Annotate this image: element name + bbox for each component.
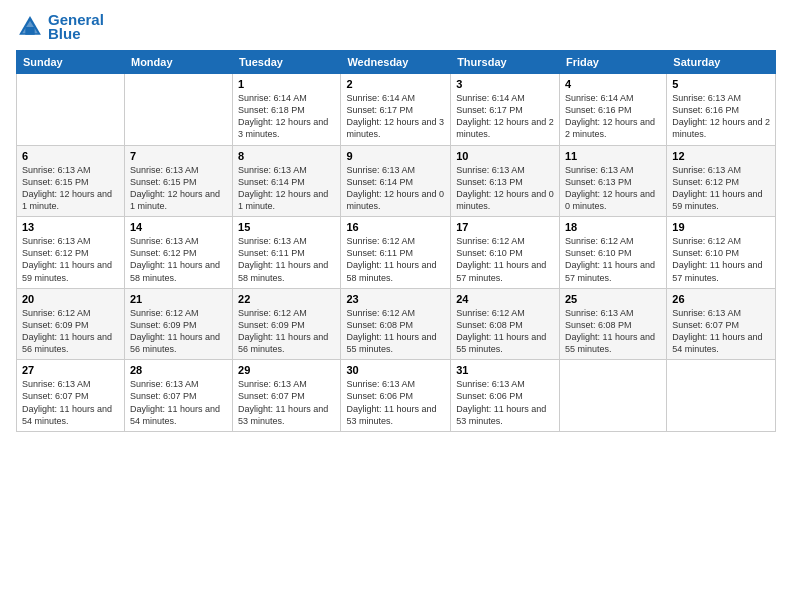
calendar-header-row: Sunday Monday Tuesday Wednesday Thursday… [17,51,776,74]
day-number: 28 [130,364,227,376]
day-info: Sunrise: 6:12 AM Sunset: 6:09 PM Dayligh… [130,307,227,356]
day-number: 11 [565,150,661,162]
table-row: 23Sunrise: 6:12 AM Sunset: 6:08 PM Dayli… [341,288,451,360]
logo-icon [16,13,44,41]
day-number: 29 [238,364,335,376]
day-number: 14 [130,221,227,233]
day-info: Sunrise: 6:12 AM Sunset: 6:10 PM Dayligh… [672,235,770,284]
day-info: Sunrise: 6:13 AM Sunset: 6:07 PM Dayligh… [672,307,770,356]
day-number: 23 [346,293,445,305]
calendar-week-row: 1Sunrise: 6:14 AM Sunset: 6:18 PM Daylig… [17,74,776,146]
table-row: 25Sunrise: 6:13 AM Sunset: 6:08 PM Dayli… [559,288,666,360]
day-number: 4 [565,78,661,90]
day-info: Sunrise: 6:13 AM Sunset: 6:12 PM Dayligh… [672,164,770,213]
table-row: 21Sunrise: 6:12 AM Sunset: 6:09 PM Dayli… [124,288,232,360]
table-row: 13Sunrise: 6:13 AM Sunset: 6:12 PM Dayli… [17,217,125,289]
day-info: Sunrise: 6:13 AM Sunset: 6:07 PM Dayligh… [22,378,119,427]
table-row [124,74,232,146]
table-row: 18Sunrise: 6:12 AM Sunset: 6:10 PM Dayli… [559,217,666,289]
day-info: Sunrise: 6:12 AM Sunset: 6:10 PM Dayligh… [456,235,554,284]
calendar-table: Sunday Monday Tuesday Wednesday Thursday… [16,50,776,432]
table-row: 8Sunrise: 6:13 AM Sunset: 6:14 PM Daylig… [233,145,341,217]
table-row: 17Sunrise: 6:12 AM Sunset: 6:10 PM Dayli… [451,217,560,289]
day-number: 17 [456,221,554,233]
page-header: General Blue [16,12,776,42]
table-row: 6Sunrise: 6:13 AM Sunset: 6:15 PM Daylig… [17,145,125,217]
table-row: 11Sunrise: 6:13 AM Sunset: 6:13 PM Dayli… [559,145,666,217]
day-number: 25 [565,293,661,305]
calendar-week-row: 6Sunrise: 6:13 AM Sunset: 6:15 PM Daylig… [17,145,776,217]
day-info: Sunrise: 6:13 AM Sunset: 6:11 PM Dayligh… [238,235,335,284]
table-row: 9Sunrise: 6:13 AM Sunset: 6:14 PM Daylig… [341,145,451,217]
table-row [17,74,125,146]
table-row: 19Sunrise: 6:12 AM Sunset: 6:10 PM Dayli… [667,217,776,289]
day-number: 3 [456,78,554,90]
day-number: 9 [346,150,445,162]
day-info: Sunrise: 6:14 AM Sunset: 6:16 PM Dayligh… [565,92,661,141]
day-info: Sunrise: 6:13 AM Sunset: 6:07 PM Dayligh… [130,378,227,427]
day-info: Sunrise: 6:14 AM Sunset: 6:17 PM Dayligh… [456,92,554,141]
day-number: 5 [672,78,770,90]
table-row: 16Sunrise: 6:12 AM Sunset: 6:11 PM Dayli… [341,217,451,289]
day-info: Sunrise: 6:13 AM Sunset: 6:12 PM Dayligh… [22,235,119,284]
day-number: 1 [238,78,335,90]
day-info: Sunrise: 6:13 AM Sunset: 6:13 PM Dayligh… [456,164,554,213]
table-row: 7Sunrise: 6:13 AM Sunset: 6:15 PM Daylig… [124,145,232,217]
table-row: 20Sunrise: 6:12 AM Sunset: 6:09 PM Dayli… [17,288,125,360]
table-row: 22Sunrise: 6:12 AM Sunset: 6:09 PM Dayli… [233,288,341,360]
calendar-week-row: 27Sunrise: 6:13 AM Sunset: 6:07 PM Dayli… [17,360,776,432]
day-info: Sunrise: 6:12 AM Sunset: 6:10 PM Dayligh… [565,235,661,284]
col-sunday: Sunday [17,51,125,74]
table-row: 24Sunrise: 6:12 AM Sunset: 6:08 PM Dayli… [451,288,560,360]
day-number: 19 [672,221,770,233]
table-row: 28Sunrise: 6:13 AM Sunset: 6:07 PM Dayli… [124,360,232,432]
day-number: 10 [456,150,554,162]
day-info: Sunrise: 6:13 AM Sunset: 6:12 PM Dayligh… [130,235,227,284]
day-number: 31 [456,364,554,376]
svg-rect-2 [25,27,34,35]
col-tuesday: Tuesday [233,51,341,74]
table-row: 27Sunrise: 6:13 AM Sunset: 6:07 PM Dayli… [17,360,125,432]
table-row: 12Sunrise: 6:13 AM Sunset: 6:12 PM Dayli… [667,145,776,217]
day-number: 15 [238,221,335,233]
day-info: Sunrise: 6:12 AM Sunset: 6:09 PM Dayligh… [238,307,335,356]
day-info: Sunrise: 6:13 AM Sunset: 6:08 PM Dayligh… [565,307,661,356]
day-info: Sunrise: 6:13 AM Sunset: 6:14 PM Dayligh… [346,164,445,213]
day-number: 30 [346,364,445,376]
day-number: 26 [672,293,770,305]
day-info: Sunrise: 6:14 AM Sunset: 6:17 PM Dayligh… [346,92,445,141]
day-number: 22 [238,293,335,305]
day-number: 13 [22,221,119,233]
table-row: 1Sunrise: 6:14 AM Sunset: 6:18 PM Daylig… [233,74,341,146]
day-info: Sunrise: 6:13 AM Sunset: 6:16 PM Dayligh… [672,92,770,141]
calendar-week-row: 13Sunrise: 6:13 AM Sunset: 6:12 PM Dayli… [17,217,776,289]
calendar-week-row: 20Sunrise: 6:12 AM Sunset: 6:09 PM Dayli… [17,288,776,360]
table-row: 4Sunrise: 6:14 AM Sunset: 6:16 PM Daylig… [559,74,666,146]
table-row [667,360,776,432]
table-row: 26Sunrise: 6:13 AM Sunset: 6:07 PM Dayli… [667,288,776,360]
day-info: Sunrise: 6:12 AM Sunset: 6:09 PM Dayligh… [22,307,119,356]
day-number: 27 [22,364,119,376]
col-thursday: Thursday [451,51,560,74]
day-info: Sunrise: 6:12 AM Sunset: 6:11 PM Dayligh… [346,235,445,284]
day-info: Sunrise: 6:12 AM Sunset: 6:08 PM Dayligh… [346,307,445,356]
day-info: Sunrise: 6:13 AM Sunset: 6:13 PM Dayligh… [565,164,661,213]
table-row: 14Sunrise: 6:13 AM Sunset: 6:12 PM Dayli… [124,217,232,289]
day-number: 18 [565,221,661,233]
table-row: 31Sunrise: 6:13 AM Sunset: 6:06 PM Dayli… [451,360,560,432]
table-row: 29Sunrise: 6:13 AM Sunset: 6:07 PM Dayli… [233,360,341,432]
day-number: 20 [22,293,119,305]
table-row: 2Sunrise: 6:14 AM Sunset: 6:17 PM Daylig… [341,74,451,146]
day-info: Sunrise: 6:12 AM Sunset: 6:08 PM Dayligh… [456,307,554,356]
day-number: 16 [346,221,445,233]
day-info: Sunrise: 6:13 AM Sunset: 6:06 PM Dayligh… [346,378,445,427]
table-row: 3Sunrise: 6:14 AM Sunset: 6:17 PM Daylig… [451,74,560,146]
logo: General Blue [16,12,104,42]
table-row [559,360,666,432]
col-monday: Monday [124,51,232,74]
table-row: 5Sunrise: 6:13 AM Sunset: 6:16 PM Daylig… [667,74,776,146]
day-number: 8 [238,150,335,162]
day-number: 6 [22,150,119,162]
table-row: 30Sunrise: 6:13 AM Sunset: 6:06 PM Dayli… [341,360,451,432]
day-number: 7 [130,150,227,162]
